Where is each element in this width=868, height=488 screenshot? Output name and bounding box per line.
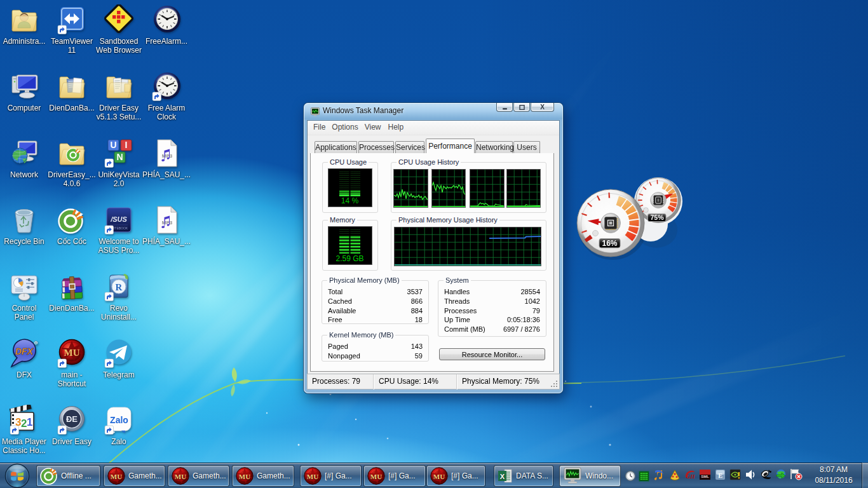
svg-text:I: I [125, 140, 128, 150]
svg-text:MU: MU [111, 473, 122, 480]
svg-text:MU: MU [433, 473, 445, 480]
svg-text:75%: 75% [650, 214, 664, 221]
svg-text:MU: MU [370, 473, 382, 480]
svg-text:MU: MU [307, 473, 318, 480]
svg-text:U: U [110, 140, 116, 150]
svg-text:1: 1 [27, 416, 32, 428]
svg-text:Zalo: Zalo [110, 415, 128, 425]
svg-text:MU: MU [239, 473, 250, 480]
svg-text:DFX: DFX [15, 346, 34, 356]
svg-text:N: N [116, 152, 123, 162]
svg-text:MU: MU [175, 473, 186, 480]
svg-text:R: R [116, 282, 123, 292]
svg-text:14 %: 14 % [341, 196, 359, 205]
svg-text:GII: GII [686, 473, 695, 480]
svg-text:16%: 16% [602, 239, 617, 248]
svg-text:ĐE: ĐE [66, 414, 78, 424]
svg-text:2.59 GB: 2.59 GB [336, 254, 363, 263]
svg-text:MU: MU [64, 348, 80, 358]
svg-text:SML: SML [701, 475, 709, 478]
svg-text:X: X [500, 473, 505, 480]
svg-text:E: E [718, 472, 722, 479]
svg-text:/SUS: /SUS [110, 215, 127, 223]
